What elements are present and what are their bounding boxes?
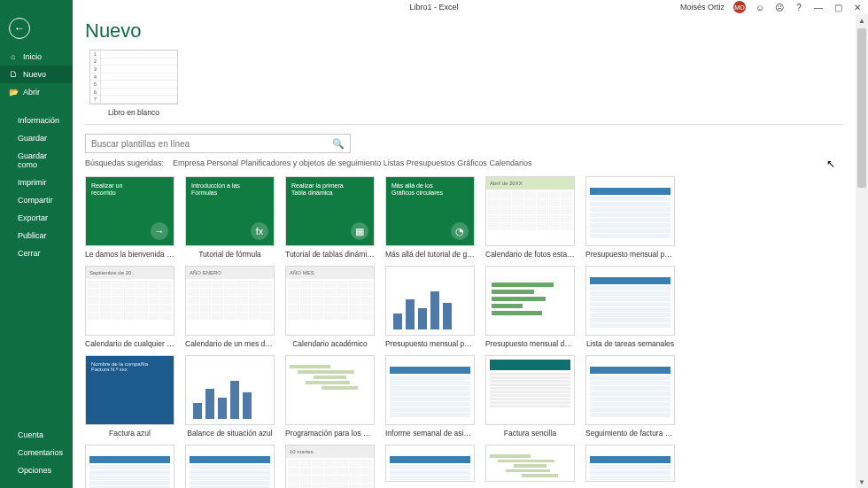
tpl-presupuesto-dom-thumb [485,266,575,336]
tpl-calendario-fotos-thumb: Abril de 20XX [485,176,575,246]
suggest-link[interactable]: Planificadores y objetos de seguimiento [241,159,382,167]
face-smile-icon[interactable]: ☺ [755,2,765,12]
nav-cerrar[interactable]: Cerrar [0,244,73,262]
face-sad-icon[interactable]: ☹ [774,2,785,12]
tpl-bienvenida-label: Le damos la bienvenida a E… [85,250,174,259]
nav-inicio[interactable]: ⌂Inicio [0,48,73,66]
tpl-tablas-dinamicas-thumb: Realizar la primeraTabla dinámica▦ [285,176,375,246]
tpl-lista-tareas-thumb [585,266,675,336]
tpl-factura-azul-label: Factura azul [85,429,174,438]
tpl-calendario-fotos[interactable]: Abril de 20XXCalendario de fotos estacio… [485,176,575,259]
tpl-calendario-cualquier-label: Calendario de cualquier añ… [85,339,174,348]
tpl-partial-1[interactable] [385,445,475,488]
tpl-programacion-alumnos[interactable]: Programación para los alu… [285,355,375,438]
tpl-partial-3-thumb [585,445,675,482]
tpl-seguimiento-factura-label: Seguimiento de factura de… [585,429,675,438]
tpl-tablas-dinamicas-label: Tutorial de tablas dinámicas [285,250,375,259]
tpl-partial-1-thumb [385,445,475,482]
tpl-balance-azul[interactable]: Balance de situación azul [185,355,275,438]
tpl-presupuesto-para-label: Presupuesto mensual para… [385,339,475,348]
nav-inicio-icon: ⌂ [9,52,18,61]
tpl-calendario-academico[interactable]: AÑO MESCalendario académico [285,266,375,348]
tpl-seguimiento-factura-thumb [585,355,675,425]
tpl-factura-sencilla-label: Factura sencilla [485,429,575,438]
tpl-calendario-un-mes-thumb: AÑO ENERO [185,266,275,336]
suggest-link[interactable]: Listas [384,159,405,167]
scroll-down-icon[interactable]: ▼ [856,476,868,488]
tpl-calendario-cualquier[interactable]: Septiembre de 20..Calendario de cualquie… [85,266,174,348]
nav-cuenta[interactable]: Cuenta [0,426,73,444]
nav-publicar[interactable]: Publicar [0,227,73,244]
tpl-graficos-circulares-label: Más allá del tutorial de gráf… [385,250,475,259]
nav-informacion[interactable]: Información [0,112,73,129]
tpl-graficos-circulares[interactable]: Más allá de losGráficos circulares◔Más a… [385,176,475,259]
tpl-balance-azul-thumb [185,355,275,425]
nav-guardar[interactable]: Guardar [0,129,73,147]
scroll-up-icon[interactable]: ▲ [856,14,868,27]
tpl-factura-sencilla[interactable]: Factura sencilla [485,355,575,438]
suggest-link[interactable]: Personal [207,159,239,167]
tpl-presupuesto-personal-thumb [585,176,675,246]
nav-guardar-como[interactable]: Guardar como [0,147,73,174]
nav-imprimir[interactable]: Imprimir [0,174,73,191]
template-grid: Realizar unrecorrido→Le damos la bienven… [85,176,850,488]
search-box[interactable]: 🔍 [85,134,351,153]
main-panel: Nuevo 1234567 Libro en blanco 🔍 Búsqueda… [73,14,856,488]
tpl-presupuesto-para[interactable]: Presupuesto mensual para… [385,266,475,348]
tpl-factura-sencilla-thumb [485,355,575,425]
tpl-presupuesto-dom[interactable]: Presupuesto mensual dom… [485,266,575,348]
user-name[interactable]: Moisés Ortiz [680,3,725,12]
tpl-lista-inventario[interactable]: Lista de inventario con resa… [185,445,275,488]
tpl-tablas-dinamicas[interactable]: Realizar la primeraTabla dinámica▦Tutori… [285,176,375,259]
close-icon[interactable]: ✕ [852,2,863,12]
search-icon[interactable]: 🔍 [332,138,345,150]
tpl-lista-tareas-label: Lista de tareas semanales [585,339,675,348]
user-avatar[interactable]: MO [733,1,746,13]
search-input[interactable] [91,139,332,149]
vertical-scrollbar[interactable]: ▲ ▼ [856,14,868,488]
tpl-formulas[interactable]: Introducción a lasFórmulasfxTutorial de … [185,176,275,259]
tpl-factura-azul-thumb: Nombre de la compañíaFactura N.º xxx [85,355,174,425]
tpl-formulas-label: Tutorial de fórmula [185,250,275,259]
page-title: Nuevo [85,19,856,43]
titlebar-right: Moisés Ortiz MO ☺ ☹ ? — ▢ ✕ [680,1,863,13]
minimize-icon[interactable]: — [813,2,824,12]
tpl-partial-3[interactable] [585,445,675,488]
tpl-bienvenida[interactable]: Realizar unrecorrido→Le damos la bienven… [85,176,174,259]
nav-abrir-label: Abrir [23,88,40,97]
nav-abrir-icon: 📂 [9,88,18,97]
nav-compartir[interactable]: Compartir [0,191,73,209]
scrollbar-thumb[interactable] [857,28,866,188]
nav-nuevo[interactable]: 🗋Nuevo [0,66,73,83]
tpl-inventario-domestico[interactable]: Inventario doméstico [85,445,174,488]
tpl-calendario-un-mes[interactable]: AÑO ENEROCalendario de un mes de c… [185,266,275,348]
tpl-seguimiento-factura[interactable]: Seguimiento de factura de… [585,355,675,438]
tpl-lista-inventario-thumb [185,445,275,488]
tpl-factura-azul[interactable]: Nombre de la compañíaFactura N.º xxxFact… [85,355,174,438]
back-button[interactable]: ← [9,18,30,39]
nav-abrir[interactable]: 📂Abrir [0,83,73,101]
help-icon[interactable]: ? [794,2,804,12]
tpl-partial-2[interactable] [485,445,575,488]
nav-inicio-label: Inicio [23,52,42,61]
maximize-icon[interactable]: ▢ [833,2,843,12]
tpl-presupuesto-personal[interactable]: Presupuesto mensual pers… [585,176,675,259]
titlebar: Libro1 - Excel Moisés Ortiz MO ☺ ☹ ? — ▢… [0,0,868,14]
tpl-programacion-alumnos-label: Programación para los alu… [285,429,375,438]
arrow-left-icon: ← [14,22,25,35]
nav-opciones[interactable]: Opciones [0,461,73,479]
app-title: Libro1 - Excel [409,3,458,12]
blank-workbook-tile[interactable]: 1234567 Libro en blanco [85,50,182,117]
suggest-link[interactable]: Presupuestos [407,159,455,167]
nav-nuevo-label: Nuevo [23,70,46,79]
nav-comentarios[interactable]: Comentarios [0,444,73,461]
tpl-informe-asistencia[interactable]: Informe semanal de asiste… [385,355,475,438]
nav-exportar[interactable]: Exportar [0,209,73,227]
tpl-programacion-diaria[interactable]: 10 martesProgramación diaria de tra… [285,445,375,488]
suggest-link[interactable]: Calendarios [489,159,531,167]
tpl-presupuesto-para-thumb [385,266,475,336]
suggest-link[interactable]: Gráficos [457,159,487,167]
suggest-link[interactable]: Empresa [173,159,205,167]
tpl-inventario-domestico-thumb [85,445,174,488]
tpl-lista-tareas[interactable]: Lista de tareas semanales [585,266,675,348]
